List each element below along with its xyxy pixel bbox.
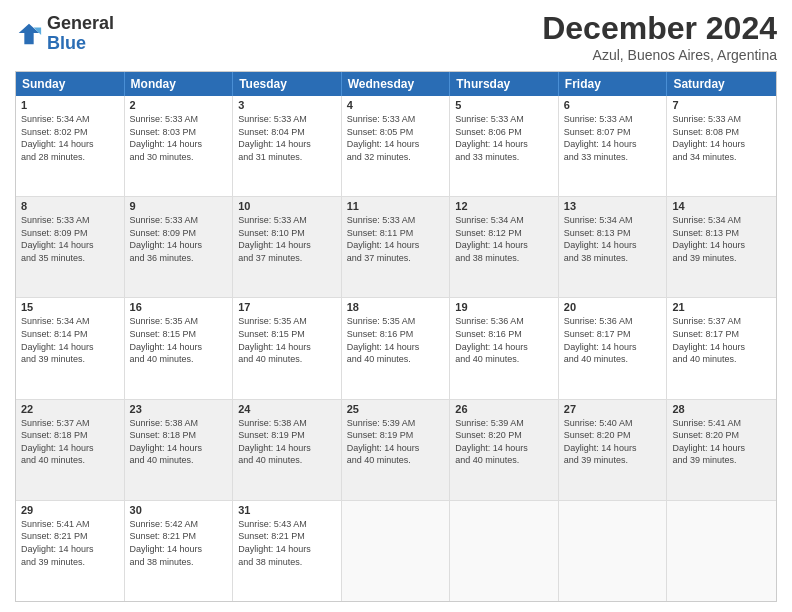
cal-week-3: 15Sunrise: 5:34 AMSunset: 8:14 PMDayligh… xyxy=(16,298,776,399)
cal-cell-24: 24Sunrise: 5:38 AMSunset: 8:19 PMDayligh… xyxy=(233,400,342,500)
cal-cell-8: 8Sunrise: 5:33 AMSunset: 8:09 PMDaylight… xyxy=(16,197,125,297)
page: General Blue December 2024 Azul, Buenos … xyxy=(0,0,792,612)
header-monday: Monday xyxy=(125,72,234,96)
calendar-header: Sunday Monday Tuesday Wednesday Thursday… xyxy=(16,72,776,96)
calendar: Sunday Monday Tuesday Wednesday Thursday… xyxy=(15,71,777,602)
header: General Blue December 2024 Azul, Buenos … xyxy=(15,10,777,63)
cal-cell-28: 28Sunrise: 5:41 AMSunset: 8:20 PMDayligh… xyxy=(667,400,776,500)
cal-cell-10: 10Sunrise: 5:33 AMSunset: 8:10 PMDayligh… xyxy=(233,197,342,297)
calendar-body: 1Sunrise: 5:34 AMSunset: 8:02 PMDaylight… xyxy=(16,96,776,601)
cal-cell-25: 25Sunrise: 5:39 AMSunset: 8:19 PMDayligh… xyxy=(342,400,451,500)
cal-week-2: 8Sunrise: 5:33 AMSunset: 8:09 PMDaylight… xyxy=(16,197,776,298)
cal-cell-9: 9Sunrise: 5:33 AMSunset: 8:09 PMDaylight… xyxy=(125,197,234,297)
cal-cell-2: 2Sunrise: 5:33 AMSunset: 8:03 PMDaylight… xyxy=(125,96,234,196)
cal-cell-13: 13Sunrise: 5:34 AMSunset: 8:13 PMDayligh… xyxy=(559,197,668,297)
cal-cell-18: 18Sunrise: 5:35 AMSunset: 8:16 PMDayligh… xyxy=(342,298,451,398)
title-block: December 2024 Azul, Buenos Aires, Argent… xyxy=(542,10,777,63)
cal-cell-29: 29Sunrise: 5:41 AMSunset: 8:21 PMDayligh… xyxy=(16,501,125,601)
cal-cell-17: 17Sunrise: 5:35 AMSunset: 8:15 PMDayligh… xyxy=(233,298,342,398)
header-thursday: Thursday xyxy=(450,72,559,96)
cal-cell-empty-43 xyxy=(342,501,451,601)
header-wednesday: Wednesday xyxy=(342,72,451,96)
cal-cell-11: 11Sunrise: 5:33 AMSunset: 8:11 PMDayligh… xyxy=(342,197,451,297)
cal-cell-15: 15Sunrise: 5:34 AMSunset: 8:14 PMDayligh… xyxy=(16,298,125,398)
svg-marker-0 xyxy=(19,24,40,45)
cal-cell-23: 23Sunrise: 5:38 AMSunset: 8:18 PMDayligh… xyxy=(125,400,234,500)
cal-cell-12: 12Sunrise: 5:34 AMSunset: 8:12 PMDayligh… xyxy=(450,197,559,297)
cal-cell-3: 3Sunrise: 5:33 AMSunset: 8:04 PMDaylight… xyxy=(233,96,342,196)
cal-cell-5: 5Sunrise: 5:33 AMSunset: 8:06 PMDaylight… xyxy=(450,96,559,196)
cal-cell-16: 16Sunrise: 5:35 AMSunset: 8:15 PMDayligh… xyxy=(125,298,234,398)
header-sunday: Sunday xyxy=(16,72,125,96)
cal-cell-20: 20Sunrise: 5:36 AMSunset: 8:17 PMDayligh… xyxy=(559,298,668,398)
cal-cell-1: 1Sunrise: 5:34 AMSunset: 8:02 PMDaylight… xyxy=(16,96,125,196)
cal-cell-empty-46 xyxy=(667,501,776,601)
cal-cell-empty-44 xyxy=(450,501,559,601)
cal-cell-empty-45 xyxy=(559,501,668,601)
cal-cell-14: 14Sunrise: 5:34 AMSunset: 8:13 PMDayligh… xyxy=(667,197,776,297)
logo-blue-text: Blue xyxy=(47,34,114,54)
cal-cell-19: 19Sunrise: 5:36 AMSunset: 8:16 PMDayligh… xyxy=(450,298,559,398)
cal-cell-6: 6Sunrise: 5:33 AMSunset: 8:07 PMDaylight… xyxy=(559,96,668,196)
header-tuesday: Tuesday xyxy=(233,72,342,96)
header-saturday: Saturday xyxy=(667,72,776,96)
main-title: December 2024 xyxy=(542,10,777,47)
cal-cell-31: 31Sunrise: 5:43 AMSunset: 8:21 PMDayligh… xyxy=(233,501,342,601)
cal-cell-30: 30Sunrise: 5:42 AMSunset: 8:21 PMDayligh… xyxy=(125,501,234,601)
cal-cell-4: 4Sunrise: 5:33 AMSunset: 8:05 PMDaylight… xyxy=(342,96,451,196)
cal-cell-7: 7Sunrise: 5:33 AMSunset: 8:08 PMDaylight… xyxy=(667,96,776,196)
cal-cell-22: 22Sunrise: 5:37 AMSunset: 8:18 PMDayligh… xyxy=(16,400,125,500)
cal-week-1: 1Sunrise: 5:34 AMSunset: 8:02 PMDaylight… xyxy=(16,96,776,197)
cal-week-5: 29Sunrise: 5:41 AMSunset: 8:21 PMDayligh… xyxy=(16,501,776,601)
cal-cell-26: 26Sunrise: 5:39 AMSunset: 8:20 PMDayligh… xyxy=(450,400,559,500)
logo-text: General Blue xyxy=(47,14,114,54)
logo: General Blue xyxy=(15,14,114,54)
cal-week-4: 22Sunrise: 5:37 AMSunset: 8:18 PMDayligh… xyxy=(16,400,776,501)
cal-cell-21: 21Sunrise: 5:37 AMSunset: 8:17 PMDayligh… xyxy=(667,298,776,398)
logo-icon xyxy=(15,20,43,48)
logo-general-text: General xyxy=(47,14,114,34)
subtitle: Azul, Buenos Aires, Argentina xyxy=(542,47,777,63)
header-friday: Friday xyxy=(559,72,668,96)
cal-cell-27: 27Sunrise: 5:40 AMSunset: 8:20 PMDayligh… xyxy=(559,400,668,500)
